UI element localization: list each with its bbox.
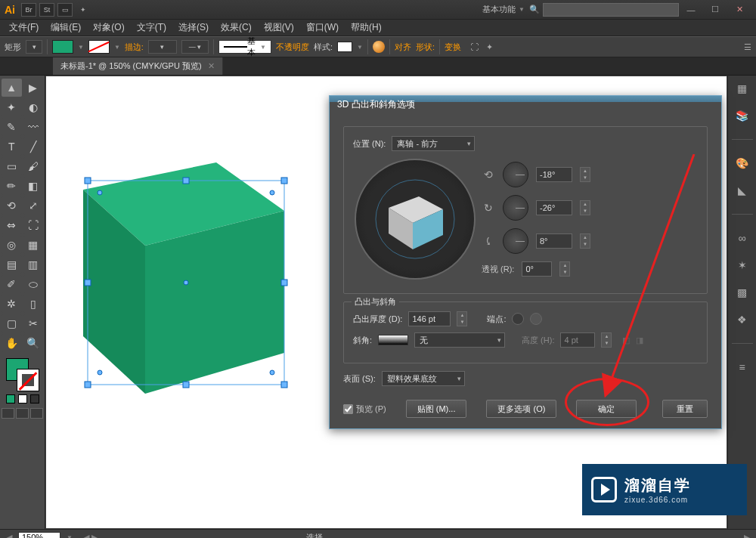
ok-button[interactable]: 确定: [576, 400, 637, 418]
perspective-input[interactable]: [522, 261, 552, 277]
stroke-weight-dropdown[interactable]: ▾: [148, 40, 177, 54]
panel-swatch-icon[interactable]: ▩: [734, 284, 751, 301]
transform-label[interactable]: 变换: [445, 42, 461, 53]
cap-on-icon[interactable]: [512, 313, 524, 325]
scale-tool[interactable]: ⤢: [23, 196, 44, 215]
reset-button[interactable]: 重置: [662, 400, 708, 418]
maximize-button[interactable]: ☐: [703, 3, 727, 17]
menu-effect[interactable]: 效果(C): [215, 21, 258, 34]
cap-off-icon[interactable]: [530, 313, 542, 325]
menu-type[interactable]: 文字(T): [131, 21, 172, 34]
rotation-preview-widget[interactable]: [355, 159, 476, 280]
perspective-tool[interactable]: ▦: [23, 236, 44, 254]
width-tool[interactable]: ⇔: [2, 216, 22, 234]
screen-full[interactable]: [30, 408, 43, 419]
fill-dropdown-icon[interactable]: ▼: [78, 44, 84, 51]
axis-z-dial[interactable]: [503, 228, 528, 254]
free-transform[interactable]: ⛶: [23, 216, 44, 234]
minimize-button[interactable]: —: [679, 3, 703, 17]
stock-icon[interactable]: St: [39, 3, 54, 17]
menu-select[interactable]: 选择(S): [172, 21, 215, 34]
eraser-tool[interactable]: ◧: [23, 177, 44, 195]
hand-tool[interactable]: ✋: [2, 334, 22, 352]
panel-brush-icon[interactable]: ✶: [734, 257, 751, 274]
panel-menu-icon[interactable]: ☰: [744, 42, 751, 52]
preview-checkbox[interactable]: 预览 (P): [343, 404, 386, 415]
menu-help[interactable]: 帮助(H): [345, 21, 388, 34]
stroke-color-none[interactable]: [17, 369, 39, 391]
more-options-button[interactable]: 更多选项 (O): [486, 400, 556, 418]
line-tool[interactable]: ╱: [23, 138, 44, 156]
color-mini-fill[interactable]: [6, 394, 15, 404]
arrange-icon[interactable]: ▭: [57, 3, 73, 17]
blend-tool[interactable]: ⬭: [23, 275, 44, 293]
pencil-tool[interactable]: ✏: [2, 177, 22, 195]
menu-file[interactable]: 文件(F): [3, 21, 45, 34]
eyedropper-tool[interactable]: ✐: [2, 275, 22, 293]
shape-mode-dropdown[interactable]: ▾: [26, 40, 42, 54]
direct-select-tool[interactable]: ▶: [23, 79, 44, 97]
panel-properties-icon[interactable]: ▦: [734, 80, 751, 97]
gradient-tool[interactable]: ▥: [23, 255, 44, 274]
surface-select[interactable]: 塑料效果底纹: [382, 371, 465, 386]
search-input[interactable]: [543, 3, 679, 17]
shape-builder[interactable]: ◎: [2, 236, 22, 254]
bevel-select[interactable]: 无: [414, 332, 505, 348]
bridge-icon[interactable]: Br: [21, 3, 36, 17]
magic-wand-tool[interactable]: ✦: [2, 98, 22, 116]
snap-icon[interactable]: ✦: [486, 42, 493, 52]
position-select[interactable]: 离轴 - 前方: [392, 136, 475, 151]
extrude-depth-input[interactable]: [408, 311, 451, 326]
slice-tool[interactable]: ✂: [23, 314, 44, 332]
align-label[interactable]: 对齐: [395, 42, 411, 53]
perspective-stepper[interactable]: ▲▼: [559, 261, 570, 277]
zoom-dropdown-icon[interactable]: ▼: [67, 534, 73, 538]
menu-view[interactable]: 视图(V): [258, 21, 300, 34]
menu-object[interactable]: 对象(O): [87, 21, 130, 34]
color-mini-none[interactable]: [30, 394, 39, 404]
shape-btn-label[interactable]: 形状:: [416, 42, 435, 53]
cube-artwork[interactable]: [57, 144, 322, 431]
document-tab[interactable]: 未标题-1* @ 150% (CMYK/GPU 预览) ✕: [53, 57, 223, 75]
axis-z-stepper[interactable]: ▲▼: [580, 233, 590, 249]
style-dropdown-icon[interactable]: ▼: [357, 44, 363, 51]
symbol-spray[interactable]: ✲: [2, 295, 22, 313]
isolate-icon[interactable]: ⛶: [470, 42, 479, 51]
panel-stroke-icon[interactable]: ≡: [734, 359, 751, 376]
axis-y-stepper[interactable]: ▲▼: [580, 200, 590, 215]
workspace-switcher[interactable]: 基本功能 ▼: [482, 4, 525, 15]
brush-def-dropdown[interactable]: 基本▼: [218, 40, 271, 54]
close-button[interactable]: ✕: [727, 3, 751, 17]
dialog-title[interactable]: 3D 凸出和斜角选项: [330, 96, 721, 116]
opacity-label[interactable]: 不透明度: [276, 42, 309, 53]
lasso-tool[interactable]: ◐: [23, 98, 44, 116]
tab-close-icon[interactable]: ✕: [208, 61, 215, 71]
brush-tool[interactable]: 🖌: [23, 157, 44, 175]
selection-tool[interactable]: ▲: [2, 79, 22, 97]
fill-stroke-control[interactable]: [6, 358, 39, 391]
pen-tool[interactable]: ✎: [2, 118, 22, 136]
menu-window[interactable]: 窗口(W): [300, 21, 345, 34]
curvature-tool[interactable]: 〰: [23, 118, 44, 136]
axis-z-input[interactable]: [536, 233, 572, 249]
graph-tool[interactable]: ▯: [23, 295, 44, 313]
axis-y-input[interactable]: [536, 200, 572, 215]
graphic-style-swatch[interactable]: [337, 42, 352, 52]
axis-x-dial[interactable]: [503, 162, 528, 187]
panel-symbol-icon[interactable]: ❖: [734, 311, 751, 328]
type-tool[interactable]: T: [2, 138, 22, 156]
rotate-tool[interactable]: ⟲: [2, 196, 22, 215]
panel-library-icon[interactable]: 📚: [734, 107, 751, 124]
recolor-icon[interactable]: [373, 41, 385, 53]
rectangle-tool[interactable]: ▭: [2, 157, 22, 175]
preview-checkbox-input[interactable]: [343, 404, 353, 414]
color-mini-gradient[interactable]: [18, 394, 27, 404]
stroke-swatch-none[interactable]: [88, 40, 110, 54]
menu-edit[interactable]: 编辑(E): [45, 21, 87, 34]
panel-shape-icon[interactable]: ◣: [734, 182, 751, 199]
mesh-tool[interactable]: ▤: [2, 255, 22, 274]
axis-y-dial[interactable]: [503, 195, 528, 221]
extrude-depth-stepper[interactable]: ▲▼: [457, 311, 467, 326]
map-art-button[interactable]: 贴图 (M)...: [406, 400, 467, 418]
panel-color-icon[interactable]: 🎨: [734, 155, 751, 172]
